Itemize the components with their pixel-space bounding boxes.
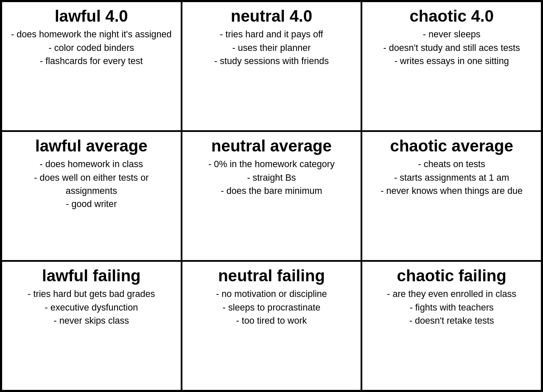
title-lawful-failing: lawful failing <box>42 267 140 285</box>
title-lawful-4: lawful 4.0 <box>55 7 128 25</box>
body-chaotic-average: - cheats on tests - starts assignments a… <box>381 157 523 197</box>
title-lawful-average: lawful average <box>35 137 148 155</box>
body-neutral-average: - 0% in the homework category - straight… <box>208 157 335 197</box>
cell-neutral-failing: neutral failing- no motivation or discip… <box>182 261 362 391</box>
body-neutral-4: - tries hard and it pays off - uses thei… <box>214 28 329 67</box>
title-neutral-4: neutral 4.0 <box>231 7 312 25</box>
cell-lawful-4: lawful 4.0- does homework the night it's… <box>1 1 182 131</box>
alignment-grid: lawful 4.0- does homework the night it's… <box>0 0 543 392</box>
title-neutral-average: neutral average <box>211 137 332 155</box>
title-chaotic-4: chaotic 4.0 <box>409 7 493 25</box>
cell-chaotic-4: chaotic 4.0- never sleeps - doesn't stud… <box>361 1 542 131</box>
body-neutral-failing: - no motivation or discipline - sleeps t… <box>216 287 327 327</box>
cell-chaotic-average: chaotic average- cheats on tests - start… <box>361 131 542 261</box>
cell-neutral-4: neutral 4.0- tries hard and it pays off … <box>182 1 362 131</box>
cell-lawful-failing: lawful failing- tries hard but gets bad … <box>1 261 182 391</box>
body-lawful-average: - does homework in class - does well on … <box>9 157 174 210</box>
title-chaotic-average: chaotic average <box>390 137 513 155</box>
body-chaotic-failing: - are they even enrolled in class - figh… <box>387 287 516 327</box>
cell-lawful-average: lawful average- does homework in class -… <box>1 131 182 261</box>
cell-neutral-average: neutral average- 0% in the homework cate… <box>182 131 362 261</box>
body-lawful-failing: - tries hard but gets bad grades - execu… <box>28 287 155 327</box>
body-lawful-4: - does homework the night it's assigned … <box>11 28 172 67</box>
cell-chaotic-failing: chaotic failing- are they even enrolled … <box>361 261 542 391</box>
title-chaotic-failing: chaotic failing <box>397 267 507 285</box>
title-neutral-failing: neutral failing <box>218 267 325 285</box>
body-chaotic-4: - never sleeps - doesn't study and still… <box>383 28 520 67</box>
